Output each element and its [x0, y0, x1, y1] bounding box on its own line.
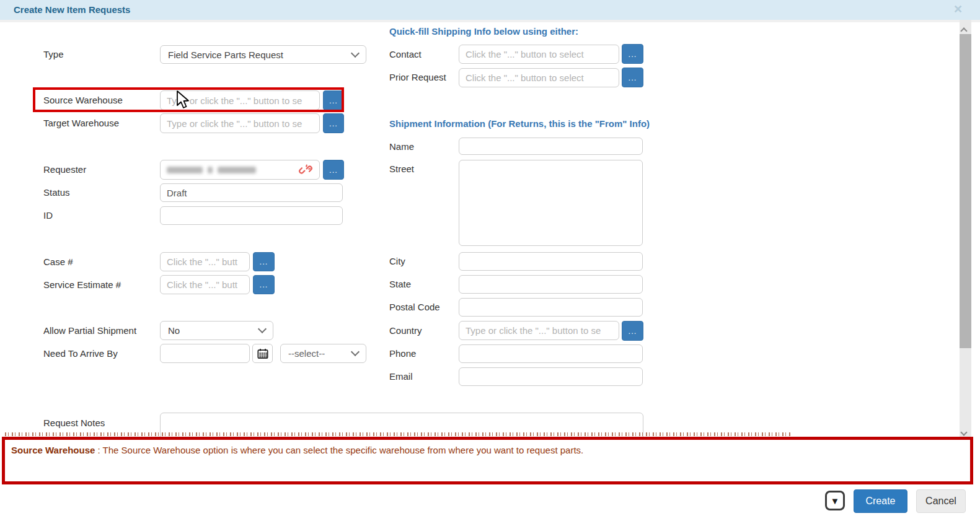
chevron-down-icon [351, 348, 360, 356]
calendar-icon[interactable] [252, 344, 273, 363]
name-input[interactable] [459, 138, 643, 155]
requester-label: Requester [43, 164, 86, 175]
target-warehouse-label: Target Warehouse [43, 118, 119, 128]
prior-request-browse-button[interactable]: ... [622, 68, 643, 87]
source-warehouse-label: Source Warehouse [43, 95, 123, 105]
service-estimate-browse-button[interactable]: ... [253, 275, 275, 294]
quickfill-heading: Quick-fill Shipping Info below using eit… [389, 26, 578, 37]
name-label: Name [389, 141, 414, 152]
street-label: Street [389, 164, 414, 174]
allow-partial-shipment-select[interactable]: No [160, 321, 273, 340]
phone-input[interactable] [459, 344, 643, 363]
postal-code-label: Postal Code [389, 302, 440, 312]
vertical-scrollbar[interactable] [960, 20, 971, 437]
annotation-text: The Source Warehouse option is where you… [103, 445, 584, 455]
country-browse-button[interactable]: ... [622, 321, 643, 341]
email-input[interactable] [459, 367, 643, 386]
requester-redacted-value [167, 167, 256, 173]
create-new-item-requests-dialog: Create New Item Requests ✕ Type Field Se… [0, 0, 980, 521]
need-to-arrive-by-time-select[interactable]: --select-- [280, 344, 366, 363]
city-label: City [389, 256, 405, 266]
state-label: State [389, 279, 411, 289]
chevron-down-icon [351, 48, 360, 57]
case-number-browse-button[interactable]: ... [253, 252, 275, 271]
country-input[interactable] [459, 321, 619, 340]
scrollbar-thumb[interactable] [960, 34, 971, 348]
type-select[interactable]: Field Service Parts Request [160, 45, 366, 64]
state-input[interactable] [459, 275, 643, 294]
city-input[interactable] [459, 252, 643, 271]
triangle-down-icon: ▼ [831, 496, 840, 506]
allow-partial-shipment-label: Allow Partial Shipment [43, 325, 136, 336]
street-textarea[interactable] [459, 160, 643, 246]
chevron-down-icon [258, 325, 267, 333]
scroll-down-icon[interactable] [961, 426, 969, 434]
prior-request-label: Prior Request [389, 72, 446, 82]
phone-label: Phone [389, 348, 416, 359]
dialog-titlebar: Create New Item Requests ✕ [0, 0, 980, 20]
need-to-arrive-by-label: Need To Arrive By [43, 348, 118, 359]
clipped-text-artifact [5, 432, 792, 436]
cancel-button[interactable]: Cancel [916, 489, 966, 513]
requester-browse-button[interactable]: ... [323, 160, 344, 180]
need-to-arrive-by-date-input[interactable] [160, 344, 250, 363]
source-warehouse-annotation-box: Source Warehouse : The Source Warehouse … [2, 437, 973, 484]
contact-input[interactable] [459, 45, 619, 64]
collapse-toggle-button[interactable]: ▼ [825, 491, 845, 510]
annotation-separator: : [95, 445, 102, 455]
shipment-info-heading: Shipment Information (For Returns, this … [389, 118, 650, 129]
source-warehouse-input[interactable] [160, 90, 320, 110]
dialog-title: Create New Item Requests [14, 4, 130, 15]
create-button[interactable]: Create [854, 489, 907, 513]
status-label: Status [43, 187, 70, 198]
service-estimate-label: Service Estimate # [43, 279, 121, 290]
type-select-value: Field Service Parts Request [168, 50, 283, 60]
service-estimate-input[interactable] [160, 275, 250, 294]
country-label: Country [389, 325, 422, 336]
id-label: ID [43, 210, 53, 221]
contact-label: Contact [389, 49, 422, 59]
type-label: Type [43, 49, 64, 59]
target-warehouse-input[interactable] [160, 113, 320, 133]
id-field [160, 206, 343, 225]
prior-request-input[interactable] [459, 68, 619, 87]
close-icon[interactable]: ✕ [953, 2, 963, 16]
status-field [160, 183, 343, 202]
annotation-term: Source Warehouse [11, 445, 95, 455]
contact-browse-button[interactable]: ... [622, 44, 643, 64]
source-warehouse-browse-button[interactable]: ... [323, 90, 344, 110]
email-label: Email [389, 371, 413, 382]
requester-input[interactable] [160, 160, 320, 180]
request-notes-label: Request Notes [43, 418, 105, 428]
allow-partial-shipment-value: No [168, 325, 180, 336]
case-number-label: Case # [43, 256, 73, 267]
case-number-input[interactable] [160, 252, 250, 271]
target-warehouse-browse-button[interactable]: ... [323, 113, 344, 133]
need-to-arrive-by-time-value: --select-- [288, 348, 325, 359]
scroll-up-icon[interactable] [961, 25, 969, 32]
titlebar-divider [0, 20, 980, 22]
postal-code-input[interactable] [459, 298, 643, 317]
